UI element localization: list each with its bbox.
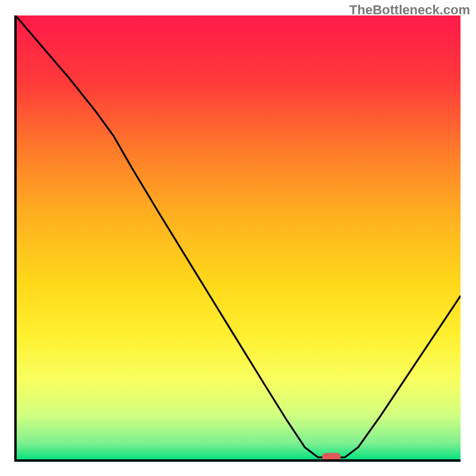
gradient-background	[15, 15, 461, 461]
bottleneck-curve-chart	[0, 0, 476, 476]
watermark-text: TheBottleneck.com	[349, 2, 470, 18]
plot-area	[15, 15, 461, 461]
optimal-marker	[322, 453, 340, 460]
chart-container: TheBottleneck.com	[0, 0, 476, 476]
